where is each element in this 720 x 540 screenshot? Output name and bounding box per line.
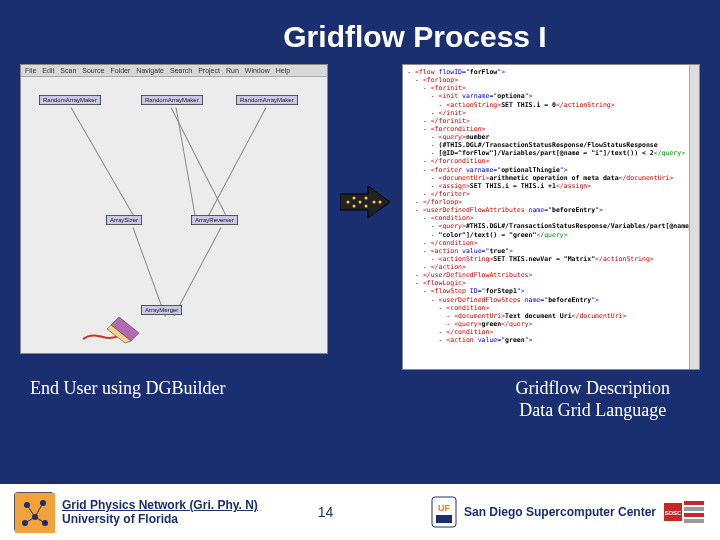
xml-line: - <condition> (407, 214, 695, 222)
xml-line: - </init> (407, 109, 695, 117)
dg-node: ArraySizer (106, 215, 142, 225)
xml-line: - </foriter> (407, 190, 695, 198)
xml-line: - <forloop> (407, 76, 695, 84)
xml-line: - <userDefinedFlowSteps name="beforeEntr… (407, 296, 695, 304)
edge (205, 107, 267, 222)
footer-right-text: San Diego Supercomputer Center (464, 505, 656, 519)
menu-item: File (25, 67, 36, 74)
content-row: File Edit Scan Source Folder Navigate Se… (0, 64, 720, 370)
menu-item: Search (170, 67, 192, 74)
dg-node: RandomArrayMaker (236, 95, 298, 105)
menu-item: Edit (42, 67, 54, 74)
svg-point-3 (346, 201, 349, 204)
svg-rect-23 (436, 515, 452, 523)
menu-item: Scan (60, 67, 76, 74)
xml-line: - <actionString>SET THIS.newVar = "Matri… (407, 255, 695, 263)
pen-icon (81, 315, 141, 345)
xml-line: - </condition> (407, 328, 695, 336)
svg-rect-29 (684, 519, 704, 523)
dg-node: RandomArrayMaker (39, 95, 101, 105)
menu-item: Window (245, 67, 270, 74)
menu-item: Run (226, 67, 239, 74)
svg-point-7 (364, 197, 367, 200)
xml-line: - <forcondition> (407, 125, 695, 133)
edge (133, 227, 166, 317)
dgbuilder-window: File Edit Scan Source Folder Navigate Se… (20, 64, 328, 354)
dg-node: RandomArrayMaker (141, 95, 203, 105)
svg-text:SDSC: SDSC (665, 510, 682, 516)
edge (174, 227, 222, 316)
xml-line: - <query>green</query> (407, 320, 695, 328)
xml-line: - <documentUri>arithmetic operation of m… (407, 174, 695, 182)
xml-line: - <userDefinedFlowAttributes name="befor… (407, 206, 695, 214)
svg-rect-26 (684, 501, 704, 505)
svg-rect-11 (15, 493, 55, 533)
page-number: 14 (318, 504, 334, 520)
footer: Grid Physics Network (Gri. Phy. N) Unive… (0, 484, 720, 540)
menu-item: Help (276, 67, 290, 74)
xml-line: - "color"]/text() = "green"</query> (407, 231, 695, 239)
xml-line: - <forinit> (407, 84, 695, 92)
menu-item: Source (82, 67, 104, 74)
xml-line: - <query>number (407, 133, 695, 141)
captions: End User using DGBuilder Gridflow Descri… (0, 370, 720, 421)
left-caption: End User using DGBuilder (30, 378, 225, 421)
menubar: File Edit Scan Source Folder Navigate Se… (21, 65, 327, 77)
dg-node: ArrayMerger (141, 305, 182, 315)
xml-line: - </action> (407, 263, 695, 271)
uf-logo-icon: UF (430, 495, 458, 529)
xml-line: - <action value="true"> (407, 247, 695, 255)
xml-line: - <action value="green"> (407, 336, 695, 344)
menu-item: Project (198, 67, 220, 74)
xml-line: - </forloop> (407, 198, 695, 206)
right-caption: Gridflow Description Data Grid Language (516, 378, 670, 421)
xml-line: - <foriter varname="optionalThingie"> (407, 166, 695, 174)
menu-item: Navigate (136, 67, 164, 74)
griphyn-logo-icon (14, 492, 54, 532)
svg-point-6 (358, 201, 361, 204)
svg-point-9 (372, 201, 375, 204)
svg-point-8 (364, 205, 367, 208)
xml-line: - <init varname="optiona"> (407, 92, 695, 100)
dg-node: ArrayReverser (191, 215, 238, 225)
xml-line: - </condition> (407, 239, 695, 247)
svg-rect-28 (684, 513, 704, 517)
svg-point-4 (352, 197, 355, 200)
xml-line: - <flow flowID="forFlow"> (407, 68, 695, 76)
xml-viewer: - <flow flowID="forFlow"> - <forloop> - … (402, 64, 700, 370)
xml-line: - <actionString>SET THIS.i = 0</actionSt… (407, 101, 695, 109)
xml-line: - <query>#THIS.DGL#/TransactionStatusRes… (407, 222, 695, 230)
xml-line: - </userDefinedFlowAttributes> (407, 271, 695, 279)
edge (71, 107, 137, 220)
xml-line: - <condition> (407, 304, 695, 312)
arrow-icon (338, 184, 393, 220)
xml-line: - [@ID="forFlow"]/Variables/part[@name =… (407, 149, 695, 157)
xml-line: - <flowLogic> (407, 279, 695, 287)
xml-line: - (#THIS.DGL#/TransactionStatusResponse/… (407, 141, 695, 149)
svg-point-5 (352, 205, 355, 208)
svg-text:UF: UF (438, 503, 450, 513)
xml-line: - <assign>SET THIS.i = THIS.i +1</assign… (407, 182, 695, 190)
xml-line: - </forcondition> (407, 157, 695, 165)
sdsc-logo-icon: SDSC (664, 497, 706, 527)
xml-line: - <documentUri>Text document Uri</docume… (407, 312, 695, 320)
svg-rect-27 (684, 507, 704, 511)
menu-item: Folder (111, 67, 131, 74)
svg-point-10 (378, 201, 381, 204)
footer-left-text: Grid Physics Network (Gri. Phy. N) Unive… (62, 498, 258, 526)
scrollbar[interactable] (689, 65, 699, 369)
xml-line: - <flowStep ID="forStep1"> (407, 287, 695, 295)
slide-title: Gridflow Process I (0, 0, 720, 64)
xml-line: - </forinit> (407, 117, 695, 125)
